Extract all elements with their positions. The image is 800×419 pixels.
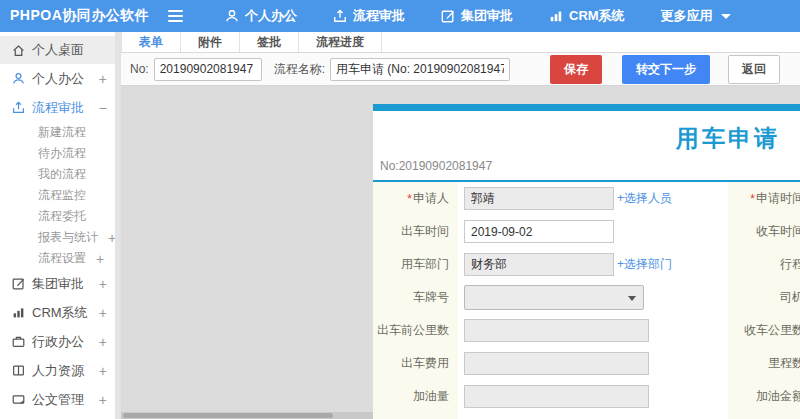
topnav-personal-office[interactable]: 个人办公 <box>225 7 297 25</box>
sidebar-item-label: 流程设置 <box>38 250 86 267</box>
sidebar-item-workflow-approval[interactable]: 流程审批 − <box>0 93 115 122</box>
department-input[interactable] <box>464 253 614 276</box>
trip-cost-input[interactable] <box>464 352 649 375</box>
hamburger-menu-icon[interactable] <box>168 10 183 22</box>
left-field-column: +选择人员 +选择部门 <box>458 182 728 419</box>
expand-icon[interactable]: + <box>97 305 107 321</box>
sidebar-item-label: 集团审批 <box>32 275 97 293</box>
topnav-label: CRM系统 <box>569 7 625 25</box>
field-label-department: 用车部门 <box>373 248 458 281</box>
form-table: *申请人 出车时间 用车部门 车牌号 出车前公里数 出车费用 加油量 +选择人员 <box>373 182 800 419</box>
topnav-label: 个人办公 <box>245 7 297 25</box>
sidebar-item-label: 流程监控 <box>38 187 107 204</box>
applicant-input[interactable] <box>464 187 614 210</box>
tab-attachments[interactable]: 附件 <box>181 32 240 52</box>
right-label-column: *申请时间 收车时间 行程 司机 收车公里数 里程数 加油金额 <box>728 182 800 419</box>
sidebar-item-label: 待办流程 <box>38 145 107 162</box>
km-before-input[interactable] <box>464 319 649 342</box>
topnav-more-apps[interactable]: 更多应用 <box>661 7 731 25</box>
select-person-link[interactable]: +选择人员 <box>617 190 672 207</box>
select-caret-icon <box>628 296 636 301</box>
no-label: No: <box>130 62 149 76</box>
save-button[interactable]: 保存 <box>550 55 602 84</box>
form-number: No:20190902081947 <box>380 159 492 173</box>
sidebar-item-label: 报表与统计 <box>38 229 98 246</box>
expand-icon[interactable]: + <box>97 334 107 350</box>
plate-number-select[interactable] <box>464 285 644 310</box>
top-nav: 个人办公 流程审批 集团审批 CRM系统 更多应用 <box>225 7 731 25</box>
workflow-name-input[interactable] <box>330 58 510 81</box>
sidebar-subitem-new-workflow[interactable]: 新建流程 <box>0 122 115 143</box>
sidebar-item-label: 新建流程 <box>38 124 107 141</box>
sidebar-subitem-workflow-settings[interactable]: 流程设置 + <box>0 248 115 269</box>
topnav-crm[interactable]: CRM系统 <box>549 7 625 25</box>
edit-icon <box>441 9 455 23</box>
content-area: 用车申请 No:20190902081947 *申请人 出车时间 用车部门 车牌… <box>121 86 800 419</box>
required-mark: * <box>750 192 755 206</box>
no-input[interactable] <box>154 58 262 81</box>
sidebar-subitem-my-workflow[interactable]: 我的流程 <box>0 164 115 185</box>
upload-icon <box>12 101 32 114</box>
doc-icon <box>12 393 32 406</box>
toolbar: No: 流程名称: 保存 转交下一步 返回 <box>121 53 800 86</box>
form-title: 用车申请 <box>373 111 800 154</box>
topnav-label: 集团审批 <box>461 7 513 25</box>
field-label-mileage: 里程数 <box>728 347 800 380</box>
top-navbar: PHPOA协同办公软件 个人办公 流程审批 集团审批 CRM系统 <box>0 0 800 32</box>
expand-icon[interactable]: + <box>97 363 107 379</box>
sidebar: 个人桌面 个人办公 + 流程审批 − 新建流程 待办流程 我的流程 流程监控 <box>0 32 115 419</box>
sidebar-item-documents[interactable]: 公文管理 + <box>0 385 115 414</box>
topnav-group-approval[interactable]: 集团审批 <box>441 7 513 25</box>
collapse-icon[interactable]: − <box>97 100 107 116</box>
sidebar-item-desktop[interactable]: 个人桌面 <box>0 36 115 64</box>
tab-bar: 表单 附件 签批 流程进度 <box>121 32 800 53</box>
sidebar-item-group-approval[interactable]: 集团审批 + <box>0 269 115 298</box>
back-button[interactable]: 返回 <box>728 55 780 84</box>
sidebar-item-label: 个人办公 <box>32 70 97 88</box>
sidebar-subitem-reports-statistics[interactable]: 报表与统计 + <box>0 227 115 248</box>
tab-workflow-progress[interactable]: 流程进度 <box>299 32 382 52</box>
sidebar-item-admin-office[interactable]: 行政办公 + <box>0 327 115 356</box>
sidebar-item-crm[interactable]: CRM系统 + <box>0 298 115 327</box>
expand-icon[interactable]: + <box>97 71 107 87</box>
field-label-apply-time: *申请时间 <box>728 182 800 215</box>
sidebar-item-label: 个人桌面 <box>32 41 107 59</box>
sidebar-item-hr[interactable]: 人力资源 + <box>0 356 115 385</box>
edit-icon <box>12 277 32 290</box>
sidebar-item-personal-office[interactable]: 个人办公 + <box>0 64 115 93</box>
fuel-amount-input[interactable] <box>464 385 649 408</box>
field-label-driver: 司机 <box>728 281 800 314</box>
field-label-km-return: 收车公里数 <box>728 314 800 347</box>
required-mark: * <box>407 192 412 206</box>
home-icon <box>12 44 32 57</box>
field-label-fuel-amount: 加油量 <box>373 380 458 413</box>
field-label-return-time: 收车时间 <box>728 215 800 248</box>
sidebar-subitem-todo-workflow[interactable]: 待办流程 <box>0 143 115 164</box>
sidebar-subitem-workflow-delegate[interactable]: 流程委托 <box>0 206 115 227</box>
user-icon <box>225 9 239 23</box>
field-label-fuel-cost: 加油金额 <box>728 380 800 413</box>
expand-icon[interactable]: + <box>97 276 107 292</box>
workflow-name-label: 流程名称: <box>274 61 325 78</box>
tab-form[interactable]: 表单 <box>121 32 181 52</box>
sidebar-subitem-workflow-monitor[interactable]: 流程监控 <box>0 185 115 206</box>
expand-icon[interactable]: + <box>98 230 116 246</box>
expand-icon[interactable]: + <box>97 392 107 408</box>
sidebar-item-label: 流程审批 <box>32 99 97 117</box>
topnav-workflow-approval[interactable]: 流程审批 <box>333 7 405 25</box>
briefcase-icon <box>12 335 32 348</box>
form-accent-bar <box>373 104 800 111</box>
topnav-label: 流程审批 <box>353 7 405 25</box>
field-label-trip-cost: 出车费用 <box>373 347 458 380</box>
vehicle-request-form: 用车申请 No:20190902081947 *申请人 出车时间 用车部门 车牌… <box>373 104 800 419</box>
scrollbar-thumb[interactable] <box>123 413 333 418</box>
depart-time-input[interactable] <box>464 220 614 243</box>
expand-icon[interactable]: + <box>86 251 107 267</box>
forward-next-step-button[interactable]: 转交下一步 <box>622 55 710 84</box>
select-department-link[interactable]: +选择部门 <box>617 256 672 273</box>
chart-icon <box>549 9 563 23</box>
topnav-label: 更多应用 <box>661 7 713 25</box>
app-logo: PHPOA协同办公软件 <box>0 7 152 25</box>
caret-down-icon <box>721 14 731 19</box>
tab-signoff[interactable]: 签批 <box>240 32 299 52</box>
